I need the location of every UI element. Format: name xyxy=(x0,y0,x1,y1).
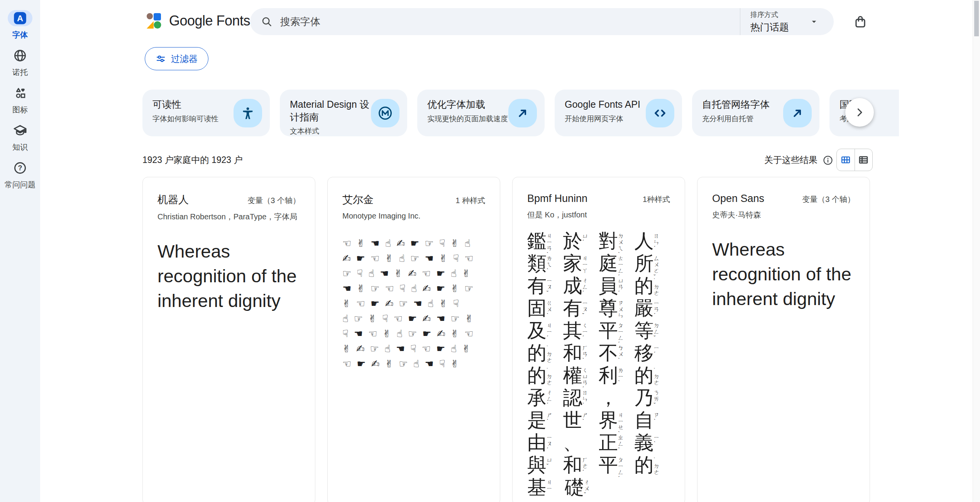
promo-card-subtitle: 充分利用自托管 xyxy=(702,114,783,124)
promo-card-title: 自托管网络字体 xyxy=(702,98,783,111)
bpmf-ruby: ㄌㄟˋ xyxy=(547,255,553,274)
bpmf-ruby: ˙ㄉㄜ xyxy=(654,278,660,296)
font-card-4[interactable]: Open Sans变量（3 个轴）史蒂夫·马特森Whereas recognit… xyxy=(697,177,870,502)
bpmf-character: 所 xyxy=(635,253,654,274)
font-name: Bpmf Huninn xyxy=(527,193,587,205)
svg-text:?: ? xyxy=(18,164,22,172)
sidebar-item-knowledge[interactable]: 知识 xyxy=(8,122,32,153)
promo-card-5[interactable]: 自托管网络字体充分利用自托管 xyxy=(692,90,819,136)
sidebar-item-fonts[interactable]: A字体 xyxy=(8,10,32,40)
bpmf-cell: 固ㄍㄨˋ xyxy=(527,297,563,320)
bpmf-cell: 成ㄔㄥˊ xyxy=(563,275,599,297)
list-view-button[interactable] xyxy=(855,149,873,171)
sidebar-item-icons[interactable]: 图标 xyxy=(8,85,32,115)
promo-card-subtitle: 实现更快的页面加载速度 xyxy=(427,114,508,124)
font-preview-text: Whereas recognition of the inherent dign… xyxy=(157,239,301,313)
bpmf-ruby: ㄩˇ xyxy=(547,457,553,469)
sort-dropdown[interactable]: 排序方式 热门话题 xyxy=(740,8,834,35)
bpmf-character: 的 xyxy=(527,342,547,364)
bpmf-ruby: ㄏㄢˋ xyxy=(582,345,589,363)
sidebar-item-knowledge-icon-wrap xyxy=(8,122,32,139)
bpmf-character: 、 xyxy=(563,432,582,453)
bpmf-character: 由 xyxy=(527,432,547,453)
font-style-info: 1种样式 xyxy=(643,194,670,205)
chevron-right-icon xyxy=(854,107,865,118)
bpmf-character: 庭 xyxy=(599,253,618,274)
bpmf-character: 與 xyxy=(527,454,547,476)
bpmf-character: 員 xyxy=(599,275,618,297)
promo-card-3[interactable]: 优化字体加载实现更快的页面加载速度 xyxy=(417,90,545,136)
dingbat-row: ☝☞✌☟☜☛✍☚☞✌ xyxy=(342,311,485,326)
bpmf-cell: 的˙ㄉㄜ xyxy=(635,454,670,477)
promo-card-icon-blob xyxy=(783,99,812,127)
font-designer: 但是 Ko，justfont xyxy=(527,210,670,220)
bpmf-cell: 平ㄆㄧㄥˊ xyxy=(599,454,635,477)
sidebar: A字体诺托图标知识?常问问题 xyxy=(0,0,40,502)
font-card-3[interactable]: Bpmf Huninn1种样式但是 Ko，justfont鑑ㄐㄧㄢˋ於ㄩˊ對ㄉㄨ… xyxy=(512,177,685,502)
bpmf-cell: 平ㄆㄧㄥˊ xyxy=(599,320,635,342)
bpmf-cell: 不ㄅㄨˋ xyxy=(599,342,635,365)
bpmf-cell: 人ㄖㄣˊ xyxy=(635,230,670,253)
bpmf-character: 及 xyxy=(527,320,547,341)
bag-button[interactable] xyxy=(851,13,869,31)
bpmf-cell: 和ㄏㄢˋ xyxy=(563,342,599,365)
dingbat-row: ☜✌☚☝✍☛☞☟✌☝ xyxy=(342,236,485,251)
search-input[interactable] xyxy=(279,15,740,28)
results-count: 1923 户家庭中的 1923 户 xyxy=(142,154,243,166)
bpmf-cell: 類ㄌㄟˋ xyxy=(527,253,563,275)
scrollbar-thumb[interactable] xyxy=(974,1,979,36)
promo-card-1[interactable]: 可读性字体如何影响可读性 xyxy=(142,90,270,136)
sidebar-item-faq-icon-wrap: ? xyxy=(8,160,32,176)
font-card-1[interactable]: 机器人变量（3 个轴）Christian Robertson，ParaType，… xyxy=(142,177,315,502)
bpmf-ruby: ㄕˋ xyxy=(547,412,553,424)
bpmf-character: 家 xyxy=(563,253,582,274)
bpmf-ruby: ㄑㄧˊ xyxy=(582,322,589,341)
bpmf-character: 有 xyxy=(527,275,547,297)
bpmf-ruby: ㄔㄥˊ xyxy=(582,278,589,296)
google-fonts-page: A字体诺托图标知识?常问问题 Google Fonts 排序方式 热门话题 xyxy=(0,0,980,502)
sort-label: 排序方式 xyxy=(750,10,789,19)
bpmf-ruby: ㄐㄧˊ xyxy=(547,322,553,341)
bpmf-character: 基 xyxy=(527,477,547,498)
bpmf-cell: 界ㄐㄧㄝˋ xyxy=(599,409,635,432)
font-style-info: 变量（3 个轴） xyxy=(247,195,300,206)
promo-card-icon-blob xyxy=(646,99,674,127)
font-card-header: 艾尔金1 种样式 xyxy=(342,193,485,207)
bpmf-character: 礎 xyxy=(565,477,584,498)
grid-view-button[interactable] xyxy=(837,149,855,171)
material-icon xyxy=(377,105,393,121)
promo-card-subtitle: 字体如何影响可读性 xyxy=(152,114,234,124)
bpmf-ruby: ㄖㄣˋ xyxy=(582,390,589,408)
sidebar-item-icons-icon-wrap xyxy=(8,85,32,101)
font-preview-text: Whereas recognition of the inherent dign… xyxy=(712,237,856,311)
bpmf-character: 有 xyxy=(563,297,582,319)
globe-icon xyxy=(13,49,27,63)
sidebar-item-label: 字体 xyxy=(12,30,28,40)
google-fonts-logo[interactable]: Google Fonts xyxy=(146,13,250,29)
promo-card-2[interactable]: Material Design 设计指南文本样式 xyxy=(280,90,407,136)
bpmf-ruby: ㄧㄡˇ xyxy=(547,278,553,296)
bpmf-character: 對 xyxy=(599,230,618,252)
bpmf-row: 固ㄍㄨˋ有ㄧㄡˇ尊ㄗㄨㄣ嚴ㄧㄢˊ xyxy=(527,297,670,320)
font-name: Open Sans xyxy=(712,193,764,205)
font-card-2[interactable]: 艾尔金1 种样式Monotype Imaging Inc.☜✌☚☝✍☛☞☟✌☝✍… xyxy=(327,177,500,502)
bpmf-cell: 庭ㄊㄧㄥˊ xyxy=(599,253,635,275)
font-preview-dingbats: ☜✌☚☝✍☛☞☟✌☝✍☛☜✌☝☞☚✌☟☜☞☟☝☚✌✍☜☛☝✌☚✌☞☜☟☝✍☛✌☞… xyxy=(342,236,485,371)
arrow-icon xyxy=(791,107,804,120)
bpmf-character: 不 xyxy=(599,342,618,364)
bpmf-ruby: ˙ㄉㄜ xyxy=(654,457,660,475)
promo-next-button[interactable] xyxy=(845,98,874,127)
bpmf-character: 權 xyxy=(563,365,582,386)
bpmf-ruby: ㄌㄧˋ xyxy=(618,367,625,386)
bpmf-cell: 等ㄉㄥˇ xyxy=(635,320,670,342)
bpmf-cell: 和ㄏㄜˊ xyxy=(563,454,599,477)
info-icon[interactable] xyxy=(823,155,833,166)
promo-card-4[interactable]: Google Fonts API开始使用网页字体 xyxy=(555,90,682,136)
bpmf-ruby: ㄗˋ xyxy=(654,412,660,424)
filter-button[interactable]: 过滤器 xyxy=(145,47,208,70)
sidebar-item-faq[interactable]: ?常问问题 xyxy=(5,160,36,190)
bpmf-cell: 基ㄐㄧ xyxy=(527,477,565,499)
sidebar-item-noto[interactable]: 诺托 xyxy=(8,47,32,78)
promo-card-icon-blob xyxy=(508,99,537,127)
bpmf-ruby: ㄆㄧㄥˊ xyxy=(618,457,625,482)
